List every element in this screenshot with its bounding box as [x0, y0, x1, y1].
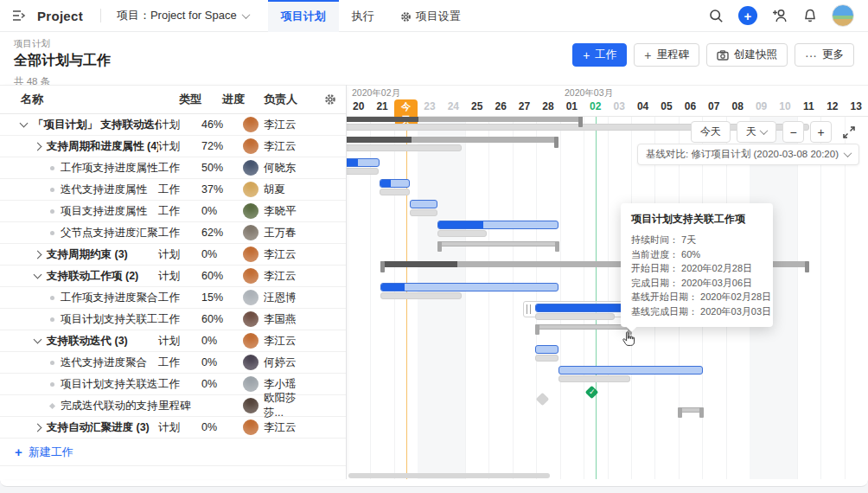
gantt-day-10[interactable]: 10: [773, 99, 796, 116]
fullscreen-icon[interactable]: [838, 121, 859, 143]
task-bar-progress: [381, 284, 405, 291]
table-row[interactable]: 迭代支持进度属性工作37%胡夏: [0, 179, 346, 201]
summary-bar[interactable]: [347, 137, 558, 148]
table-settings-gear-icon[interactable]: [315, 93, 346, 106]
table-row[interactable]: 「项目计划」 支持联动迭代和... (5)计划46%李江云: [0, 114, 346, 136]
gantt-row: [347, 322, 868, 343]
expand-caret-icon[interactable]: [34, 142, 42, 150]
summary-empty-bar[interactable]: [535, 324, 632, 335]
owner-name: 李江云: [264, 269, 297, 284]
tab-execute[interactable]: 执行: [339, 0, 387, 32]
table-row[interactable]: 项目支持进度属性工作0%李晓平: [0, 201, 346, 222]
collapse-sidebar-icon[interactable]: [12, 10, 27, 22]
gantt-day-12[interactable]: 12: [820, 99, 844, 116]
gantt-horizontal-scrollbar[interactable]: [348, 473, 550, 478]
time-unit-select[interactable]: 天: [737, 121, 776, 143]
invite-member-icon[interactable]: [772, 9, 788, 22]
zoom-in-button[interactable]: +: [810, 121, 832, 143]
task-bar[interactable]: [380, 179, 410, 188]
task-bar[interactable]: [380, 283, 558, 291]
gantt-row: [347, 343, 868, 363]
summary-bar[interactable]: [347, 117, 583, 127]
gantt-day-13[interactable]: 13: [845, 99, 868, 116]
search-icon[interactable]: [709, 9, 724, 23]
row-type: 计划: [158, 269, 201, 284]
create-plus-button[interactable]: +: [738, 6, 757, 25]
gantt-day-01[interactable]: 01: [560, 99, 584, 116]
summary-empty-track: [535, 324, 632, 330]
gantt-day-今天[interactable]: 今天: [394, 99, 418, 116]
collapse-caret-icon[interactable]: [34, 271, 42, 279]
table-row[interactable]: 工作项支持进度聚合工作15%汪恩博: [0, 287, 346, 309]
zoom-out-button[interactable]: −: [782, 121, 804, 143]
check-icon: ✓: [589, 388, 596, 396]
tooltip-title: 项目计划支持关联工作项: [631, 212, 763, 227]
gantt-day-09[interactable]: 09: [750, 99, 773, 116]
table-row[interactable]: 完成迭代联动的支持里程碑欧阳莎莎...: [0, 395, 346, 417]
task-bar[interactable]: [535, 345, 558, 354]
gantt-day-03[interactable]: 03: [607, 99, 630, 116]
gantt-day-23[interactable]: 23: [418, 99, 441, 116]
table-row[interactable]: 支持联动工作项 (2)计划60%李江云: [0, 266, 346, 287]
row-owner: 何婷云: [243, 355, 315, 370]
gantt-day-20[interactable]: 20: [347, 99, 370, 116]
summary-empty-bar[interactable]: [678, 407, 704, 418]
gantt-day-25[interactable]: 25: [465, 99, 488, 116]
gantt-day-24[interactable]: 24: [442, 99, 465, 116]
owner-name: 李晓平: [264, 204, 297, 219]
table-row[interactable]: 支持自动汇聚进度 (3)计划0%李江云: [0, 417, 346, 439]
table-row[interactable]: 项目计划支持关联工作项工作60%李国燕: [0, 309, 346, 330]
create-snapshot-button[interactable]: 创建快照: [706, 43, 788, 67]
gantt-day-02[interactable]: 02: [584, 99, 607, 116]
col-type[interactable]: 类型: [179, 92, 222, 107]
gantt-day-27[interactable]: 27: [513, 99, 536, 116]
gantt-day-06[interactable]: 06: [679, 99, 702, 116]
gantt-day-21[interactable]: 21: [370, 99, 393, 116]
goto-today-button[interactable]: 今天: [691, 121, 731, 143]
table-row[interactable]: 支持周期约束 (3)计划0%李江云: [0, 244, 346, 266]
expand-caret-icon[interactable]: [34, 250, 42, 259]
add-milestone-button[interactable]: +里程碑: [634, 43, 699, 67]
product-logo[interactable]: Project: [37, 9, 83, 23]
table-row[interactable]: 支持周期和进度属性 (4)计划72%李江云: [0, 136, 346, 157]
gantt-day-26[interactable]: 26: [488, 99, 512, 116]
gantt-day-28[interactable]: 28: [536, 99, 559, 116]
more-button[interactable]: ···更多: [795, 43, 854, 67]
summary-empty-bar[interactable]: [437, 241, 559, 252]
task-bar[interactable]: [437, 221, 558, 229]
new-work-button[interactable]: + 新建工作: [0, 439, 346, 466]
task-bar[interactable]: [410, 200, 437, 208]
milestone-done-icon[interactable]: ✓: [585, 386, 599, 400]
row-name-cell: 支持联动工作项 (2): [0, 269, 158, 284]
project-switcher[interactable]: 项目：Project for Space: [110, 8, 256, 23]
task-bar[interactable]: [558, 366, 703, 375]
tab-project-plan[interactable]: 项目计划: [268, 0, 339, 32]
table-row[interactable]: 工作项支持进度属性工作50%何晓东: [0, 157, 346, 179]
tab-project-settings[interactable]: 项目设置: [387, 0, 474, 32]
collapse-caret-icon[interactable]: [20, 119, 29, 128]
baseline-compare-select[interactable]: 基线对比: 修订项目计划 (2020-03-08 20:20): [637, 144, 859, 165]
gantt-day-04[interactable]: 04: [631, 99, 654, 116]
row-name-text: 工作项支持进度聚合: [61, 291, 158, 305]
gantt-day-08[interactable]: 08: [726, 99, 750, 116]
gantt-day-07[interactable]: 07: [702, 99, 725, 116]
owner-name: 李江云: [264, 334, 297, 349]
table-row[interactable]: 迭代支持进度聚合工作0%何婷云: [0, 352, 346, 374]
col-progress[interactable]: 进度: [222, 92, 264, 107]
gantt-day-05[interactable]: 05: [654, 99, 678, 116]
user-avatar[interactable]: [832, 4, 854, 27]
collapse-caret-icon[interactable]: [34, 336, 42, 344]
col-name[interactable]: 名称: [0, 92, 179, 107]
table-row[interactable]: 支持联动迭代 (3)计划0%李江云: [0, 330, 346, 352]
gantt-day-11[interactable]: 11: [797, 99, 820, 116]
notifications-bell-icon[interactable]: [803, 9, 817, 23]
task-bar[interactable]: [347, 158, 380, 167]
table-row[interactable]: 父节点支持进度汇聚工作62%王万春: [0, 222, 346, 244]
add-work-button[interactable]: +工作: [572, 43, 627, 67]
top-navbar: Project 项目：Project for Space 项目计划 执行 项目设…: [0, 0, 868, 32]
expand-caret-icon[interactable]: [34, 423, 42, 432]
drag-handle-left[interactable]: [526, 304, 533, 314]
milestone-baseline-icon[interactable]: [536, 393, 550, 407]
row-name-text: 支持联动工作项 (2): [47, 269, 138, 284]
col-owner[interactable]: 负责人: [264, 92, 315, 107]
